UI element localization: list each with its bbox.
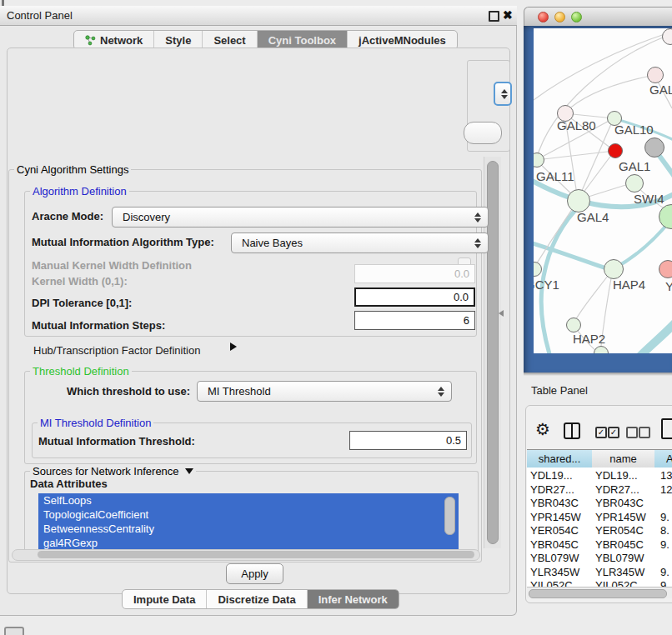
cell[interactable]: YDL19... — [530, 469, 573, 483]
tab-select[interactable]: Select — [203, 31, 257, 49]
cell[interactable]: 8. — [660, 524, 669, 538]
aracne-mode-combobox[interactable]: Discovery — [112, 207, 489, 228]
mi-steps-value: 6 — [464, 314, 469, 327]
stepper-icon[interactable] — [438, 387, 444, 397]
column-header-shared-name[interactable]: shared... — [527, 449, 593, 468]
tab-infer-network[interactable]: Infer Network — [308, 590, 399, 608]
cell[interactable]: YLR345W — [530, 566, 579, 580]
cell[interactable]: YBR043C — [595, 497, 644, 511]
network-node-hap2[interactable] — [566, 318, 581, 332]
cell[interactable]: YPR145W — [530, 511, 581, 525]
cell[interactable]: YBL079W — [595, 552, 644, 566]
split-divider-arrow-icon[interactable] — [499, 310, 504, 317]
close-icon[interactable]: ✖ — [503, 8, 513, 22]
tab-style[interactable]: Style — [154, 31, 203, 49]
float-window-icon[interactable] — [489, 11, 499, 22]
expand-arrow-icon[interactable] — [230, 342, 237, 351]
table-header: shared... name A — [527, 449, 672, 468]
which-threshold-combobox[interactable]: MI Threshold — [197, 381, 452, 402]
settings-scrollbar-thumb[interactable] — [487, 161, 499, 544]
settings-hscrollbar-thumb[interactable] — [38, 551, 474, 558]
collapse-arrow-icon[interactable] — [185, 468, 193, 474]
list-item[interactable]: BetweennessCentrality — [38, 522, 459, 536]
data-attributes-label: Data Attributes — [30, 478, 108, 490]
network-node-red[interactable] — [608, 143, 623, 158]
network-node[interactable] — [647, 67, 664, 83]
cell[interactable]: 12 — [660, 483, 672, 498]
gear-icon[interactable]: ⚙ — [535, 419, 550, 439]
cell[interactable]: YBR045C — [530, 538, 579, 552]
network-node-salmon[interactable] — [659, 260, 672, 278]
network-node-hap4[interactable] — [604, 259, 624, 279]
list-item[interactable]: gal4RGexp — [38, 536, 459, 549]
cell[interactable]: YPR145W — [595, 511, 646, 525]
minimize-traffic-light-icon[interactable] — [554, 12, 565, 22]
mi-type-combobox[interactable]: Naive Bayes — [231, 232, 489, 253]
cell[interactable]: YER054C — [595, 524, 644, 538]
network-node-gray[interactable] — [644, 138, 664, 158]
file-icon[interactable] — [661, 418, 672, 439]
apply-button[interactable]: Apply — [226, 563, 283, 584]
hub-definition-label[interactable]: Hub/Transcription Factor Definition — [33, 344, 200, 357]
kernel-width-field[interactable]: 0.0 — [354, 264, 475, 283]
tab-cyni-toolbox-label: Cyni Toolbox — [268, 34, 336, 47]
window-shadow — [524, 372, 672, 376]
cell[interactable]: YBR043C — [530, 497, 579, 511]
algorithm-combobox-stepper-fragment[interactable] — [494, 82, 512, 106]
table-body[interactable]: YDL19... YDL19... 13 YDR27... YDR27... 1… — [527, 468, 672, 587]
which-threshold-label: Which threshold to use: — [67, 385, 190, 398]
network-window-titlebar[interactable] — [524, 7, 672, 28]
stepper-icon[interactable] — [474, 212, 481, 222]
cell[interactable]: 13 — [660, 469, 672, 483]
cell[interactable]: YLR345W — [595, 566, 644, 580]
settings-hscrollbar[interactable] — [12, 549, 480, 561]
node-label: HAP4 — [613, 278, 645, 292]
minimized-panel-button[interactable] — [4, 627, 24, 635]
network-node-gal1[interactable] — [625, 174, 644, 192]
unchecked-checkbox-icon[interactable] — [626, 427, 638, 438]
cell[interactable]: YBR045C — [595, 538, 644, 552]
columns-icon[interactable] — [564, 422, 580, 439]
list-scrollbar-thumb[interactable] — [444, 497, 455, 535]
cell[interactable]: YBL079W — [530, 552, 579, 566]
tab-select-label: Select — [213, 34, 245, 47]
network-node-gal4[interactable] — [567, 189, 590, 212]
cell[interactable]: YDR27... — [595, 483, 639, 498]
zoom-traffic-light-icon[interactable] — [571, 12, 582, 22]
screen: Control Panel ✖ Network Style Select Cyn… — [0, 0, 672, 635]
list-item[interactable]: SelfLoops — [38, 493, 459, 508]
close-traffic-light-icon[interactable] — [538, 12, 549, 22]
node-label: HAP2 — [573, 332, 605, 346]
tab-cyni-toolbox[interactable]: Cyni Toolbox — [258, 31, 348, 49]
data-attributes-list[interactable]: SelfLoops TopologicalCoefficient Between… — [38, 493, 459, 549]
list-item[interactable]: TopologicalCoefficient — [38, 508, 459, 522]
unchecked-checkbox-icon[interactable] — [639, 427, 650, 438]
column-header-name[interactable]: name — [592, 449, 655, 468]
network-canvas[interactable]: GAL GAL80 GAL10 GAL1 GAL11 GAL4 SWI4 GCY… — [534, 28, 672, 353]
table-hscrollbar[interactable] — [527, 587, 672, 598]
tab-discretize-data[interactable]: Discretize Data — [207, 590, 307, 608]
tab-network[interactable]: Network — [74, 31, 154, 49]
cell[interactable]: 9 — [660, 579, 666, 587]
cell[interactable]: 9. — [660, 538, 669, 552]
cell[interactable]: 9. — [660, 566, 669, 580]
tab-jactivemnodules[interactable]: jActiveMNodules — [348, 31, 457, 49]
combobox-fragment[interactable] — [464, 122, 502, 144]
mi-steps-field[interactable]: 6 — [354, 311, 475, 330]
mi-threshold-field[interactable]: 0.5 — [349, 431, 467, 450]
cell[interactable]: YDR27... — [530, 483, 574, 498]
cell[interactable]: YER054C — [530, 524, 579, 538]
node-label: GAL — [649, 82, 672, 97]
node-label: GCY1 — [534, 278, 559, 292]
cell[interactable]: 9. — [660, 511, 669, 525]
stepper-icon[interactable] — [474, 238, 481, 248]
checked-checkbox-icon[interactable]: ✓ — [595, 427, 607, 438]
tab-impute-data[interactable]: Impute Data — [123, 590, 207, 608]
table-hscrollbar-thumb[interactable] — [529, 589, 667, 598]
cell[interactable]: YIL052C — [530, 579, 573, 587]
cell[interactable]: YIL052C — [595, 579, 638, 587]
cell[interactable]: YDL19... — [595, 469, 638, 483]
dpi-tolerance-field[interactable]: 0.0 — [354, 288, 475, 307]
column-header-third[interactable]: A — [654, 449, 672, 468]
checked-checkbox-icon[interactable]: ✓ — [608, 427, 619, 438]
